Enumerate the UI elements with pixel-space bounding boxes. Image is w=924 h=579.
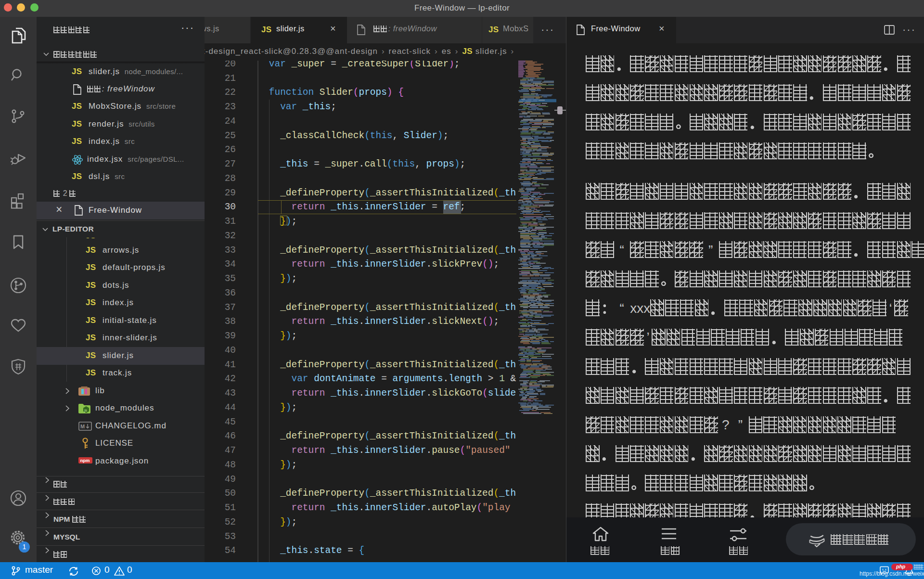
svg-text:js: js — [84, 408, 87, 412]
svg-text:npm: npm — [80, 458, 90, 463]
svg-text:M: M — [80, 424, 85, 429]
